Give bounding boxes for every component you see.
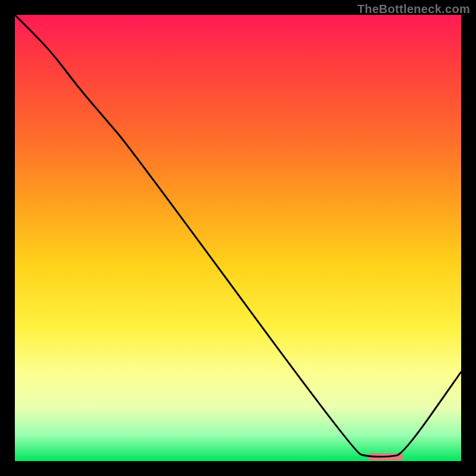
chart-frame	[15, 15, 461, 461]
gradient-background	[15, 15, 461, 461]
min-bottleneck-marker	[368, 453, 403, 461]
plot-area	[15, 15, 461, 461]
watermark-text: TheBottleneck.com	[357, 2, 470, 16]
